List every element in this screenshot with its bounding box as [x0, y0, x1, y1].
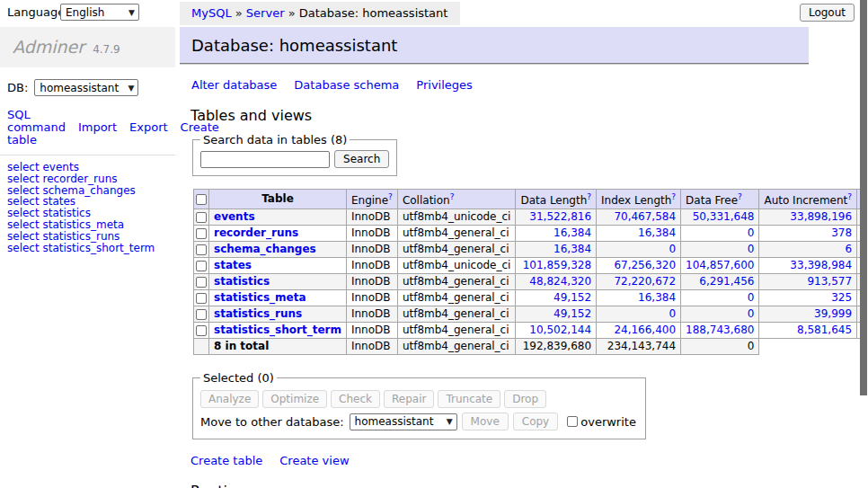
create-view-link[interactable]: Create view [279, 454, 349, 467]
privileges-link[interactable]: Privileges [416, 78, 473, 92]
index-length-link[interactable]: 67,256,320 [614, 259, 676, 271]
vertical-scrollbar[interactable] [860, 0, 868, 488]
help-link[interactable]: ? [738, 192, 742, 201]
row-checkbox[interactable] [196, 325, 207, 336]
help-link[interactable]: ? [671, 192, 676, 201]
sidebar-item-recorder_runs[interactable]: select recorder_runs [7, 173, 175, 185]
table-link-statistics[interactable]: statistics [214, 275, 270, 288]
help-link[interactable]: ? [388, 192, 393, 201]
table-link-statistics_short_term[interactable]: statistics_short_term [214, 324, 341, 336]
auto-increment-link[interactable]: 378 [831, 226, 852, 239]
analyze-button[interactable]: Analyze [200, 390, 259, 408]
data-free-link[interactable]: 0 [748, 307, 755, 320]
table-link-recorder_runs[interactable]: recorder_runs [214, 226, 298, 239]
index-length-link[interactable]: 0 [669, 307, 676, 320]
auto-increment-link[interactable]: 33,898,196 [790, 210, 852, 223]
data-free-link[interactable]: 0 [748, 243, 755, 255]
table-link-schema_changes[interactable]: schema_changes [214, 243, 316, 255]
data-free-link[interactable]: 50,331,648 [693, 210, 755, 223]
alter-database-link[interactable]: Alter database [191, 78, 277, 92]
move-select-value: homeassistant [355, 415, 434, 428]
data-length-link[interactable]: 31,522,816 [529, 210, 591, 223]
row-checkbox[interactable] [196, 261, 207, 271]
sidebar-item-statistics_meta[interactable]: select statistics_meta [7, 219, 175, 231]
sidebar-item-statistics_short_term[interactable]: select statistics_short_term [7, 243, 175, 254]
row-checkbox[interactable] [196, 293, 207, 304]
move-button[interactable]: Move [462, 413, 509, 430]
index-length-link[interactable]: 72,220,672 [614, 275, 676, 288]
row-checkbox[interactable] [196, 309, 207, 320]
row-checkbox-cell [194, 306, 209, 323]
overwrite-checkbox[interactable] [567, 416, 578, 427]
data-length-link[interactable]: 101,859,328 [523, 259, 591, 271]
search-fieldset: Search data in tables (8) Search [192, 133, 397, 176]
truncate-button[interactable]: Truncate [438, 390, 500, 408]
drop-button[interactable]: Drop [504, 390, 546, 408]
data-length-link[interactable]: 49,152 [554, 307, 591, 320]
index-length-link[interactable]: 16,384 [638, 226, 676, 239]
create-links-row: Create tableCreate view [190, 454, 809, 467]
data-length-link[interactable]: 16,384 [554, 226, 591, 239]
breadcrumb: MySQL » Server » Database: homeassistant [180, 2, 460, 25]
data-length-link[interactable]: 49,152 [554, 291, 591, 304]
data-length-link[interactable]: 48,824,320 [529, 275, 591, 288]
check-button[interactable]: Check [331, 390, 380, 408]
db-select[interactable]: homeassistant ▼ [34, 79, 138, 96]
table-link-events[interactable]: events [214, 210, 255, 223]
data-free-link[interactable]: 0 [748, 291, 755, 304]
sidebar-action-sql-command[interactable]: SQL command [7, 108, 66, 134]
select-all-checkbox[interactable] [196, 194, 207, 205]
scrollbar-thumb[interactable] [860, 0, 867, 395]
row-checkbox[interactable] [196, 212, 207, 223]
database-action-links: Alter databaseDatabase schemaPrivileges [191, 78, 809, 92]
help-link[interactable]: ? [450, 192, 455, 201]
row-checkbox[interactable] [196, 277, 207, 288]
breadcrumb-link[interactable]: Server [246, 6, 285, 20]
auto-increment-link[interactable]: 8,581,645 [797, 324, 852, 336]
index-length-link[interactable]: 0 [669, 243, 676, 255]
data-length-link[interactable]: 10,502,144 [529, 324, 591, 336]
data-length-link[interactable]: 16,384 [554, 243, 591, 255]
database-schema-link[interactable]: Database schema [294, 78, 399, 92]
index-length-link[interactable]: 16,384 [638, 291, 676, 304]
data-free-link[interactable]: 0 [748, 226, 755, 239]
auto-increment-link[interactable]: 325 [831, 291, 852, 304]
copy-button[interactable]: Copy [513, 413, 558, 430]
table-name-cell: statistics_runs [209, 306, 347, 323]
data-free-link[interactable]: 188,743,680 [686, 324, 754, 336]
table-link-states[interactable]: states [214, 259, 252, 271]
auto-increment-link[interactable]: 913,577 [807, 275, 852, 288]
sidebar-item-statistics_runs[interactable]: select statistics_runs [7, 231, 175, 243]
auto-increment-link[interactable]: 33,398,984 [790, 259, 852, 271]
help-link[interactable]: ? [587, 192, 591, 201]
data-free-cell: 0 [681, 306, 759, 323]
index-length-cell: 0 [597, 242, 681, 258]
sidebar-action-export[interactable]: Export [129, 120, 168, 134]
move-database-select[interactable]: homeassistant ▼ [350, 413, 457, 430]
breadcrumb-link[interactable]: MySQL [191, 6, 232, 20]
index-length-link[interactable]: 24,166,400 [614, 324, 676, 336]
table-link-statistics_runs[interactable]: statistics_runs [214, 307, 302, 320]
table-row: statistics_runsInnoDButf8mb4_general_ci4… [194, 306, 868, 323]
sidebar-item-events[interactable]: select events [7, 162, 175, 173]
row-checkbox[interactable] [196, 244, 207, 255]
sidebar-action-import[interactable]: Import [78, 120, 117, 134]
sidebar: Adminer 4.7.9 DB: homeassistant ▼ SQL co… [0, 27, 175, 253]
data-free-link[interactable]: 6,291,456 [699, 275, 754, 288]
row-checkbox[interactable] [196, 228, 207, 239]
help-link[interactable]: ? [847, 192, 852, 201]
index-length-link[interactable]: 70,467,584 [614, 210, 676, 223]
search-input[interactable] [200, 151, 330, 168]
language-select[interactable]: English ▼ [60, 4, 139, 21]
auto-increment-link[interactable]: 39,999 [814, 307, 852, 320]
auto-increment-link[interactable]: 6 [845, 243, 852, 255]
create-table-link[interactable]: Create table [190, 454, 262, 467]
column-header-table: Table [209, 190, 347, 209]
optimize-button[interactable]: Optimize [262, 390, 327, 408]
data-free-link[interactable]: 104,857,600 [686, 259, 754, 271]
logout-button[interactable]: Logout [800, 4, 855, 22]
table-link-statistics_meta[interactable]: statistics_meta [214, 291, 306, 304]
repair-button[interactable]: Repair [384, 390, 434, 408]
search-button[interactable]: Search [334, 150, 389, 168]
collation-cell: utf8mb4_general_ci [397, 290, 516, 306]
